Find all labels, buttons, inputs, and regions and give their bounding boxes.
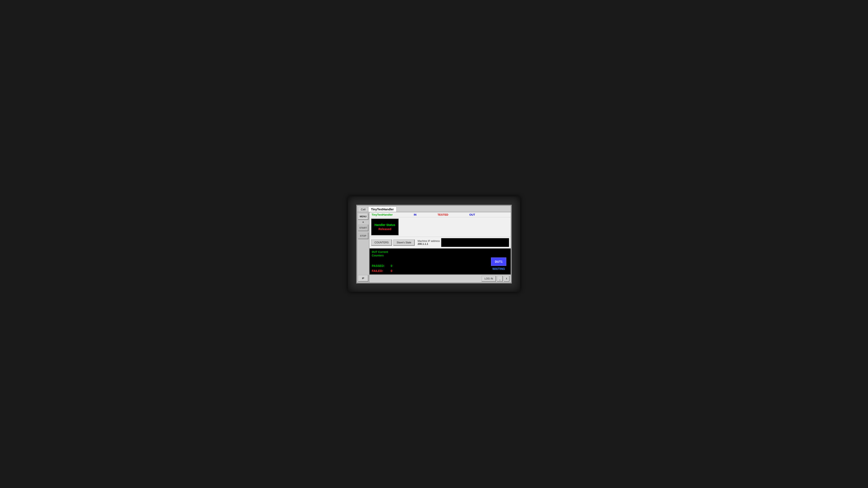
column-tested-header: TESTED	[438, 213, 448, 216]
passed-value: 0	[391, 264, 392, 267]
monitor: Cell TinyTestHandler MENU START	[348, 196, 520, 292]
counters-section: DUT Current Counters PASSED: 0 FAILED:	[369, 249, 511, 274]
tab-bar: Cell TinyTestHandler	[357, 206, 511, 212]
dut-status: WAITING	[492, 267, 505, 270]
menu-button[interactable]: MENU	[358, 213, 368, 220]
handler-status-box: Handler Status Released	[371, 219, 399, 235]
handler-status-value: Released	[378, 227, 391, 231]
counters-right: DUT1 WAITING	[491, 257, 508, 272]
handler-name-label: TinyTestHandler	[372, 213, 393, 216]
sidebar: MENU START STOP IP	[357, 212, 369, 283]
black-panel-top	[441, 238, 509, 247]
close-button[interactable]: X	[504, 276, 509, 282]
content-area: TinyTestHandler IN TESTED OUT Handler St…	[369, 212, 511, 283]
bottom-bar: LOG IN _ X	[369, 274, 511, 283]
tab-cell[interactable]: Cell	[358, 207, 368, 212]
login-button[interactable]: LOG IN	[482, 276, 496, 282]
ip-label: Machine IP address	[417, 239, 440, 242]
tab-tinytesthandler[interactable]: TinyTestHandler	[368, 206, 396, 212]
slaves-state-button[interactable]: Slave's State	[393, 239, 415, 246]
passed-label: PASSED:	[372, 264, 389, 267]
failed-row: FAILED: 0	[372, 269, 491, 272]
handler-status-title: Handler Status	[374, 223, 395, 227]
passed-row: PASSED: 0	[372, 264, 491, 267]
counters-button[interactable]: COUNTERS	[371, 239, 392, 246]
application-window: Cell TinyTestHandler MENU START	[357, 205, 511, 283]
start-button[interactable]: START	[358, 224, 368, 231]
ip-button[interactable]: IP	[358, 275, 368, 282]
counters-left: PASSED: 0 FAILED: 0	[372, 257, 491, 272]
dut-counters-subtitle: Counters	[372, 254, 508, 257]
ip-value: 200.1.1.1	[417, 242, 440, 246]
sidebar-dot-1	[363, 222, 364, 223]
failed-value: 0	[391, 269, 392, 272]
failed-label: FAILED:	[372, 269, 389, 272]
dut1-box: DUT1	[491, 257, 506, 266]
screen: Cell TinyTestHandler MENU START	[356, 205, 512, 284]
column-in-header: IN	[414, 213, 416, 216]
counters-grid: PASSED: 0 FAILED: 0 DUT1 WAITING	[372, 257, 508, 272]
minimize-button[interactable]: _	[497, 276, 503, 282]
dut-current-title: DUT Current	[372, 250, 508, 254]
ip-info: Machine IP address 200.1.1.1	[417, 239, 440, 246]
buttons-row: COUNTERS Slave's State Machine IP addres…	[369, 237, 511, 249]
handler-status-section: Handler Status Released	[369, 217, 511, 237]
stop-button[interactable]: STOP	[358, 232, 368, 239]
column-out-header: OUT	[469, 213, 475, 216]
main-area: MENU START STOP IP	[357, 212, 511, 283]
content-header: TinyTestHandler IN TESTED OUT	[369, 212, 511, 217]
